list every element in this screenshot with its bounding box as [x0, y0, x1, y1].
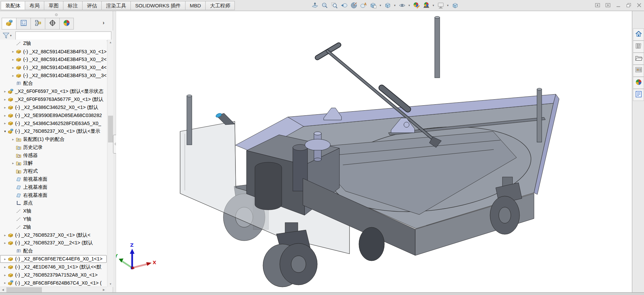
model-post-back[interactable]: [435, 16, 440, 78]
expand-arrow-icon[interactable]: ▸: [2, 273, 8, 277]
taskpane-tab-home[interactable]: [633, 28, 644, 41]
display-style-icon[interactable]: [383, 1, 392, 9]
filter-funnel-icon[interactable]: [2, 32, 10, 39]
horizontal-scroll-thumb[interactable]: [6, 287, 42, 292]
taskpane-tab-view-palette[interactable]: [633, 65, 644, 77]
apply-scene-dropdown-caret[interactable]: ▾: [432, 4, 435, 7]
edit-appearance-icon[interactable]: [412, 1, 421, 9]
expand-arrow-icon[interactable]: ▸: [2, 98, 8, 101]
tree-item[interactable]: 配合: [0, 79, 107, 87]
tree-item[interactable]: ▸(-) _X2_8F6C8F6E7EC44EF6_X0_1<1>: [0, 255, 107, 263]
view-settings-icon[interactable]: [436, 1, 445, 9]
taskpane-tab-design-library[interactable]: [633, 41, 644, 53]
expand-arrow-icon[interactable]: ▸: [2, 114, 8, 117]
expand-arrow-icon[interactable]: ▸: [2, 281, 8, 285]
panel-tab-featuremanager-tree[interactable]: [2, 18, 16, 30]
dock-left-button[interactable]: [594, 2, 601, 8]
close-button[interactable]: [635, 2, 643, 8]
taskpane-tab-appearances-scenes[interactable]: [633, 77, 644, 89]
tree-item[interactable]: 配合: [0, 247, 107, 255]
menu-tab-2[interactable]: 布局: [25, 1, 44, 10]
taskpane-tab-custom-properties[interactable]: [633, 89, 644, 101]
expand-arrow-icon[interactable]: ▸: [10, 66, 16, 69]
tree-item[interactable]: Z轴: [0, 223, 107, 231]
tree-item[interactable]: 前视基准面: [0, 175, 107, 183]
assembly-model[interactable]: X Y Z: [116, 11, 632, 292]
minimize-button[interactable]: [614, 2, 622, 8]
scroll-right-icon[interactable]: ▶: [101, 287, 107, 293]
tree-item[interactable]: ▸A注解: [0, 159, 107, 167]
panel-tab-dimxpertmanager[interactable]: [45, 18, 59, 30]
hide-show-items-dropdown-caret[interactable]: ▾: [408, 4, 411, 7]
expand-arrow-icon[interactable]: ▸: [2, 233, 8, 237]
annotation-view-icon[interactable]: A: [359, 1, 368, 9]
scroll-down-icon[interactable]: ▼: [108, 281, 113, 287]
filter-dropdown-caret[interactable]: ▾: [10, 34, 12, 37]
expand-arrow-icon[interactable]: ▸: [2, 241, 8, 245]
model-post-left[interactable]: [187, 95, 192, 145]
panel-tab-displaymanager[interactable]: [59, 18, 74, 30]
zoom-area-icon[interactable]: [330, 1, 338, 9]
tree-item[interactable]: X轴: [0, 207, 107, 215]
apply-scene-icon[interactable]: [422, 1, 430, 9]
menu-tab-5[interactable]: 评估: [82, 1, 101, 10]
panel-tabs-scroll-right-icon[interactable]: ›: [103, 20, 104, 26]
tree-item[interactable]: 右视基准面: [0, 191, 107, 199]
tree-item[interactable]: ▸装配图(1) 中的配合: [0, 135, 107, 143]
panel-tab-configurationmanager[interactable]: [31, 18, 45, 30]
tree-item[interactable]: ▸(-) _X2_88C5914D4E3B4F53_X0__3<1: [0, 71, 107, 79]
hide-show-items-icon[interactable]: [398, 1, 406, 9]
model-post-right[interactable]: [537, 88, 542, 142]
menu-tab-3[interactable]: 草图: [44, 1, 63, 10]
tree-item[interactable]: Σ方程式: [0, 167, 107, 175]
tree-item[interactable]: ▸(-) _X2_5E9590E89AD85EA68C038282: [0, 111, 107, 119]
expand-arrow-icon[interactable]: ▸: [10, 161, 16, 165]
display-style-dropdown-caret[interactable]: ▾: [393, 4, 396, 7]
expand-arrow-icon[interactable]: ▸: [2, 106, 8, 109]
tree-item[interactable]: ▸(-) _X2_8F6C8F6F624B67C4_X0_<1> (: [0, 279, 107, 287]
scroll-left-icon[interactable]: ◀: [0, 287, 6, 293]
menu-tab-6[interactable]: 渲染工具: [101, 1, 130, 10]
panel-tab-propertymanager[interactable]: [16, 18, 31, 30]
expand-arrow-icon[interactable]: ▸: [10, 58, 16, 61]
tree-item[interactable]: ▸(-) _X2_76D85237_X0__2<1> (默认: [0, 239, 107, 247]
tree-filter-input[interactable]: [15, 32, 111, 41]
vertical-scroll-thumb[interactable]: [108, 116, 113, 142]
menu-tab-9[interactable]: 大工程师: [205, 1, 235, 10]
view-orientation-icon[interactable]: [369, 1, 377, 9]
model-blue-probe[interactable]: [215, 113, 235, 125]
tree-item[interactable]: Y轴: [0, 215, 107, 223]
dock-right-button[interactable]: [604, 2, 611, 8]
restore-button[interactable]: [625, 2, 632, 8]
expand-arrow-icon[interactable]: ▸: [2, 90, 8, 93]
expand-arrow-icon[interactable]: ▸: [10, 50, 16, 53]
menu-tab-8[interactable]: MBD: [185, 1, 205, 10]
tree-item[interactable]: ▸_X2_6F0F659763A5677F_X0_<1> (默认: [0, 96, 107, 104]
tree-item[interactable]: ▸(-) _X2_76D852379A7152A8_X0_<1>: [0, 271, 107, 279]
expand-arrow-icon[interactable]: ▸: [10, 137, 16, 141]
view-cube-icon[interactable]: [451, 1, 459, 9]
tree-item[interactable]: 历史记录: [0, 143, 107, 151]
tree-vertical-scrollbar[interactable]: ▲ ▼: [107, 40, 113, 287]
tree-item[interactable]: ▸(-) _X2_88C5914D4E3B4F53_X0__4<1: [0, 63, 107, 71]
normal-to-icon[interactable]: [311, 1, 319, 9]
view-settings-dropdown-caret[interactable]: ▾: [446, 4, 449, 7]
tree-item[interactable]: ▸(-) _X2_4E1D6746_X0_1<1> (默认<<默: [0, 263, 107, 271]
menu-tab-7[interactable]: SOLIDWORKS 插件: [130, 1, 185, 10]
scroll-up-icon[interactable]: ▲: [108, 40, 113, 45]
tree-item[interactable]: ▸(-) _X2_88C5914D4E3B4F53_X0__2<1: [0, 56, 107, 64]
expand-arrow-icon[interactable]: ▸: [10, 74, 16, 77]
previous-view-icon[interactable]: [340, 1, 348, 9]
tree-item[interactable]: ▸(-) _X2_88C5914D4E3B4F53_X0_<1>: [0, 48, 107, 56]
tree-item[interactable]: ▸(-) _X2_54386C346252_X0_<1> (默认: [0, 103, 107, 111]
graphics-viewport[interactable]: X Y Z: [116, 11, 632, 292]
model-caster-center[interactable]: [359, 227, 384, 261]
expand-arrow-icon[interactable]: ▸: [2, 257, 8, 261]
tree-item[interactable]: ▾(-) _X2_76D85237_X0_<1> (默认<显示: [0, 127, 107, 135]
expand-arrow-icon[interactable]: ▸: [2, 265, 8, 269]
tree-item[interactable]: ▸(-) _X2_54386C3462528FDE63A5_X0_: [0, 119, 107, 127]
taskpane-tab-file-explorer[interactable]: [633, 53, 644, 65]
tree-item[interactable]: 上视基准面: [0, 183, 107, 191]
tree-item[interactable]: 原点: [0, 199, 107, 207]
zoom-fit-icon[interactable]: [320, 1, 329, 9]
